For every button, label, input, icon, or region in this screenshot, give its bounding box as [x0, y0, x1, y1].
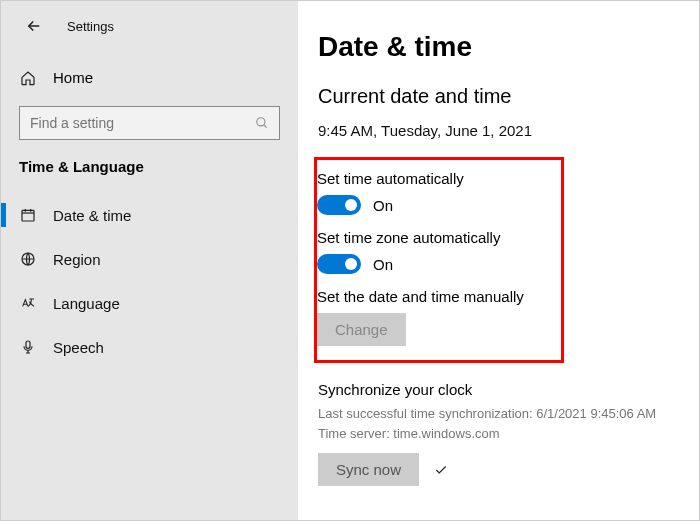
sidebar-home[interactable]: Home [1, 61, 298, 94]
change-button[interactable]: Change [317, 313, 406, 346]
set-time-auto-label: Set time automatically [317, 170, 549, 187]
sidebar-item-label: Region [53, 251, 101, 268]
set-time-auto-state: On [373, 197, 393, 214]
sidebar-category: Time & Language [1, 158, 298, 193]
highlighted-settings-box: Set time automatically On Set time zone … [314, 157, 564, 363]
svg-point-0 [257, 118, 265, 126]
set-tz-auto-label: Set time zone automatically [317, 229, 549, 246]
sidebar-item-region[interactable]: Region [1, 237, 298, 281]
sync-last-time: Last successful time synchronization: 6/… [318, 404, 679, 424]
search-icon [255, 116, 269, 130]
current-datetime-value: 9:45 AM, Tuesday, June 1, 2021 [318, 122, 679, 139]
sync-clock-title: Synchronize your clock [318, 381, 679, 398]
sync-server: Time server: time.windows.com [318, 424, 679, 444]
set-time-auto-toggle[interactable] [317, 195, 361, 215]
back-button[interactable] [19, 11, 49, 41]
set-tz-auto-toggle[interactable] [317, 254, 361, 274]
language-icon [19, 295, 37, 311]
search-input[interactable] [30, 115, 255, 131]
sidebar-item-date-time[interactable]: Date & time [1, 193, 298, 237]
sidebar-item-label: Date & time [53, 207, 131, 224]
sync-success-check-icon [433, 463, 449, 477]
back-arrow-icon [25, 17, 43, 35]
sync-now-button[interactable]: Sync now [318, 453, 419, 486]
calendar-clock-icon [19, 207, 37, 223]
main-content: Date & time Current date and time 9:45 A… [298, 1, 699, 520]
page-title: Date & time [318, 31, 679, 63]
sidebar-item-label: Speech [53, 339, 104, 356]
sidebar-item-language[interactable]: Language [1, 281, 298, 325]
set-manual-label: Set the date and time manually [317, 288, 549, 305]
home-icon [19, 70, 37, 86]
app-title: Settings [67, 19, 114, 34]
sidebar-item-label: Language [53, 295, 120, 312]
sidebar: Settings Home Time & Language Date & tim… [1, 1, 298, 520]
search-input-container[interactable] [19, 106, 280, 140]
home-label: Home [53, 69, 93, 86]
globe-icon [19, 251, 37, 267]
svg-rect-3 [26, 341, 30, 348]
microphone-icon [19, 339, 37, 355]
sidebar-item-speech[interactable]: Speech [1, 325, 298, 369]
svg-rect-1 [22, 210, 34, 221]
set-tz-auto-state: On [373, 256, 393, 273]
section-current-datetime: Current date and time [318, 85, 679, 108]
